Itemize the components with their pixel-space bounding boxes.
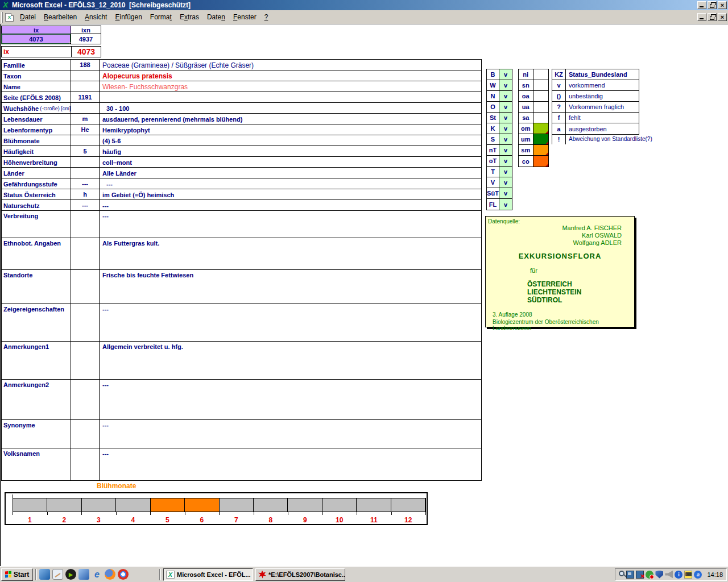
field-code-cell[interactable] <box>71 380 100 419</box>
bundesland-code-cell[interactable]: W <box>487 80 499 90</box>
field-value-cell[interactable]: Alle Länder <box>100 168 481 178</box>
code-label-cell[interactable]: sm <box>519 145 533 155</box>
field-value-cell[interactable]: ausdauernd, perennierend (mehrmals blühe… <box>100 114 481 124</box>
code-color-cell[interactable] <box>533 134 548 144</box>
firefox-icon[interactable] <box>105 569 115 580</box>
field-value-cell[interactable]: --- <box>100 200 481 210</box>
code-label-cell[interactable]: ni <box>519 69 533 80</box>
field-value-cell[interactable]: Hemikryptophyt <box>100 124 481 135</box>
info-icon[interactable]: i <box>675 571 682 579</box>
field-label[interactable]: Ethnobot. Angaben <box>2 238 71 269</box>
field-value-cell[interactable]: Frische bis feuchte Fettwiesen <box>100 270 481 304</box>
code-label-cell[interactable]: co <box>519 156 533 167</box>
restore-button[interactable] <box>708 1 717 9</box>
field-value-cell[interactable] <box>100 92 481 102</box>
field-label[interactable]: Lebensdauer <box>2 114 71 124</box>
field-value-cell[interactable]: 30 - 100 <box>100 103 481 113</box>
taskbar-clock[interactable]: 14:18 <box>704 571 723 578</box>
field-value-cell[interactable]: coll–mont <box>100 157 481 167</box>
field-value-cell[interactable]: --- <box>100 448 481 480</box>
app-icon[interactable] <box>39 569 50 580</box>
code-color-cell[interactable] <box>533 123 548 134</box>
field-value-cell[interactable]: Poaceae (Gramineae) / Süßgräser (Echte G… <box>100 60 481 70</box>
menu-fenster[interactable]: Fenster <box>229 11 260 23</box>
bundesland-status-cell[interactable]: v <box>499 123 512 134</box>
field-value-cell[interactable]: --- <box>100 178 481 189</box>
code-label-cell[interactable]: um <box>519 134 533 144</box>
field-label[interactable]: Häufigkeit <box>2 146 71 156</box>
menu-einfgen[interactable]: Einfügen <box>111 11 146 23</box>
bundesland-status-cell[interactable]: v <box>499 167 512 177</box>
code-label-cell[interactable]: sa <box>519 113 533 123</box>
bundesland-code-cell[interactable]: T <box>487 167 499 177</box>
code-color-cell[interactable] <box>533 102 548 112</box>
field-code-cell[interactable] <box>71 168 100 178</box>
menu-datei[interactable]: Datei <box>16 11 40 23</box>
bundesland-status-cell[interactable]: v <box>499 80 512 90</box>
field-value-cell[interactable]: Als Futtergras kult. <box>100 238 481 269</box>
field-label[interactable]: Blühmonate <box>2 135 71 146</box>
toolbar-grip[interactable] <box>1 12 3 23</box>
field-label[interactable]: Verbreitung <box>2 211 71 238</box>
field-label[interactable]: Familie <box>2 60 71 70</box>
field-value-cell[interactable]: --- <box>100 211 481 238</box>
bundesland-code-cell[interactable]: S <box>487 134 499 144</box>
field-label[interactable]: Taxon <box>2 70 71 81</box>
keyboard-icon[interactable]: ⌨ <box>684 571 692 579</box>
field-label[interactable]: Anmerkungen2 <box>2 380 71 419</box>
field-code-cell[interactable] <box>71 70 100 81</box>
bundesland-code-cell[interactable]: V <box>487 177 499 188</box>
minimize-button[interactable] <box>697 1 706 9</box>
internet-explorer-icon[interactable]: e <box>92 569 102 580</box>
field-code-cell[interactable]: --- <box>71 200 100 210</box>
menu-bearbeiten[interactable]: Bearbeiten <box>40 11 81 23</box>
code-color-cell[interactable] <box>533 69 548 80</box>
sheet-restore-button[interactable] <box>708 13 717 21</box>
field-value-cell[interactable]: --- <box>100 420 481 448</box>
network-icon[interactable] <box>626 571 634 579</box>
field-code-cell[interactable] <box>71 342 100 379</box>
field-label[interactable]: Synonyme <box>2 420 71 448</box>
bundesland-code-cell[interactable]: N <box>487 91 499 101</box>
field-label[interactable]: Seite (EFÖLS 2008) <box>2 92 71 102</box>
bundesland-code-cell[interactable]: St <box>487 113 499 123</box>
field-label[interactable]: Name <box>2 81 71 92</box>
menu-format[interactable]: Format <box>146 11 176 23</box>
field-code-cell[interactable]: He <box>71 124 100 135</box>
field-value-cell[interactable]: Wiesen- Fuchsschwanzgras <box>100 81 481 92</box>
explorer-icon[interactable] <box>78 569 89 580</box>
bundesland-status-cell[interactable]: v <box>499 156 512 166</box>
bundesland-code-cell[interactable]: nT <box>487 145 499 155</box>
messenger-icon[interactable] <box>646 571 653 579</box>
field-code-cell[interactable]: 188 <box>71 60 100 70</box>
ix-display-label[interactable]: ix <box>1 46 72 57</box>
sheet-close-button[interactable]: × <box>718 13 727 21</box>
ix-value-cell[interactable]: 4073 <box>1 34 71 44</box>
field-label[interactable]: Zeigereigenschaften <box>2 304 71 341</box>
bundesland-status-cell[interactable]: v <box>499 102 512 112</box>
field-code-cell[interactable]: 5 <box>71 146 100 156</box>
field-label[interactable]: Standorte <box>2 270 71 304</box>
network-error-icon[interactable] <box>636 571 644 579</box>
bundesland-code-cell[interactable]: oT <box>487 156 499 166</box>
show-desktop-icon[interactable] <box>52 569 63 580</box>
start-button[interactable]: Start <box>1 568 33 581</box>
code-label-cell[interactable]: sn <box>519 80 533 90</box>
field-code-cell[interactable] <box>71 157 100 167</box>
field-value-cell[interactable]: im Gebiet (=Ö) heimisch <box>100 189 481 199</box>
workbook-icon[interactable]: X <box>5 13 14 22</box>
bundesland-code-cell[interactable]: FL <box>487 199 499 210</box>
bundesland-status-cell[interactable]: v <box>499 199 512 210</box>
code-label-cell[interactable]: ua <box>519 102 533 112</box>
field-label[interactable]: Länder <box>2 168 71 178</box>
field-code-cell[interactable] <box>71 81 100 92</box>
field-code-cell[interactable] <box>71 304 100 341</box>
field-value-cell[interactable]: --- <box>100 304 481 341</box>
bundesland-code-cell[interactable]: K <box>487 123 499 134</box>
field-value-cell[interactable]: (4) 5-6 <box>100 135 481 146</box>
field-value-cell[interactable]: Alopecurus pratensis <box>100 70 481 81</box>
ix-display-value[interactable]: 4073 <box>71 46 101 57</box>
bundesland-status-cell[interactable]: v <box>499 91 512 101</box>
menu-?[interactable]: ? <box>260 11 272 23</box>
menu-extras[interactable]: Extras <box>176 11 203 23</box>
